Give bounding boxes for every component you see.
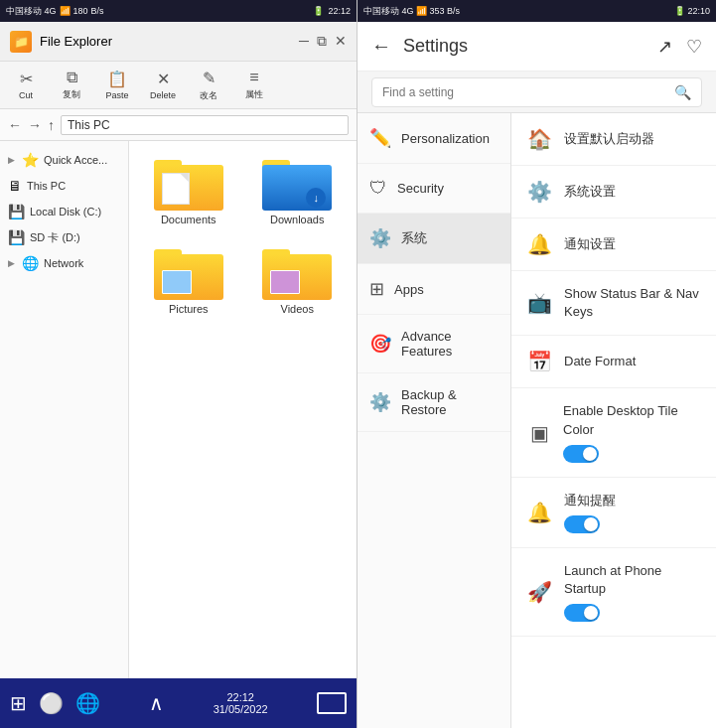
menu-item-backup[interactable]: ⚙️ Backup & Restore — [358, 373, 510, 432]
setting-text: 通知提醒 — [564, 492, 700, 533]
menu-item-label: Backup & Restore — [401, 387, 499, 417]
favorite-icon[interactable]: ♡ — [686, 36, 702, 58]
downloads-folder-icon: ↓ — [262, 156, 332, 211]
notifications-icon: 🔔 — [527, 232, 552, 256]
sidebar-item-network[interactable]: ▶ 🌐 Network — [0, 250, 128, 276]
videos-folder-icon — [262, 245, 332, 300]
window-title: File Explorer — [40, 34, 299, 49]
system-icon: ⚙️ — [369, 227, 391, 249]
toolbar: ✂ Cut ⧉ 复制 📋 Paste ✕ Delete ✎ 改名 ≡ 属性 — [0, 62, 357, 109]
copy-button[interactable]: ⧉ 复制 — [54, 69, 89, 101]
copy-icon: ⧉ — [67, 69, 77, 86]
setting-title: Launch at Phone Startup — [564, 562, 700, 598]
search-input-wrapper[interactable]: 🔍 — [371, 77, 702, 107]
network-icon: 🌐 — [22, 255, 39, 271]
forward-button[interactable]: → — [28, 117, 42, 133]
file-area: ▶ ⭐ Quick Acce... 🖥 This PC 💾 Local Disk… — [0, 141, 357, 678]
window-controls[interactable]: ─ ⧉ ✕ — [299, 33, 347, 50]
settings-panel: 中国移动 4G 📶 353 B/s 🔋 22:10 ← Settings ↗ ♡… — [358, 0, 716, 728]
settings-back-button[interactable]: ← — [371, 35, 391, 58]
file-grid: Documents ↓ Downloads Pictures — [129, 141, 357, 678]
sidebar-item-local-disk-c[interactable]: 💾 Local Disk (C:) — [0, 199, 128, 224]
signal-strength: 180 — [73, 6, 88, 16]
pictures-label: Pictures — [169, 303, 209, 315]
tile-icon: ▣ — [527, 421, 551, 445]
menu-item-label: 系统 — [401, 229, 427, 247]
settings-menu: ✏️ Personalization 🛡 Security ⚙️ 系统 ⊞ Ap… — [358, 113, 511, 728]
up-button[interactable]: ↑ — [48, 117, 55, 133]
desktop-tile-toggle[interactable] — [563, 445, 599, 463]
advance-icon: 🎯 — [369, 333, 391, 355]
menu-item-system[interactable]: ⚙️ 系统 — [358, 214, 510, 264]
videos-label: Videos — [281, 303, 314, 315]
settings-body: ✏️ Personalization 🛡 Security ⚙️ 系统 ⊞ Ap… — [358, 113, 716, 728]
sidebar-item-this-pc[interactable]: 🖥 This PC — [0, 173, 128, 199]
close-button[interactable]: ✕ — [335, 33, 347, 50]
sidebar-label: Local Disk (C:) — [30, 206, 101, 218]
expand-arrow-icon: ▶ — [8, 258, 15, 268]
settings-title: Settings — [403, 36, 657, 57]
setting-system-settings[interactable]: ⚙️ 系统设置 — [511, 166, 716, 218]
taskbar-chevron-up[interactable]: ∧ — [149, 691, 164, 715]
setting-text: Launch at Phone Startup — [564, 562, 700, 622]
pc-icon: 🖥 — [8, 178, 22, 194]
minimize-button[interactable]: ─ — [299, 33, 309, 50]
taskbar-icon-browser[interactable]: 🌐 — [75, 691, 100, 715]
carrier-info: 中国移动 4G 📶 180 B/s — [6, 5, 104, 18]
delete-button[interactable]: ✕ Delete — [145, 70, 181, 100]
folder-downloads[interactable]: ↓ Downloads — [248, 151, 348, 230]
home-icon: 🏠 — [527, 127, 552, 151]
disk-c-icon: 💾 — [8, 204, 25, 219]
setting-status-bar[interactable]: 📺 Show Status Bar & Nav Keys — [511, 271, 716, 336]
time-display-right: 🔋 22:10 — [674, 6, 710, 16]
cut-button[interactable]: ✂ Cut — [8, 70, 44, 100]
paste-button[interactable]: 📋 Paste — [99, 70, 135, 100]
back-button[interactable]: ← — [8, 117, 22, 133]
taskbar-time: 22:12 31/05/2022 — [214, 691, 268, 715]
setting-title: Date Format — [564, 353, 700, 370]
startup-toggle[interactable] — [564, 604, 600, 622]
downloads-label: Downloads — [270, 214, 324, 225]
apps-icon: ⊞ — [369, 278, 384, 300]
carrier-info-right: 中国移动 4G 📶 353 B/s — [363, 5, 460, 18]
sidebar-label: Quick Acce... — [44, 154, 107, 166]
notification-toggle[interactable] — [564, 515, 600, 533]
menu-item-apps[interactable]: ⊞ Apps — [358, 264, 510, 315]
share-icon[interactable]: ↗ — [657, 36, 672, 58]
menu-item-label: Personalization — [401, 131, 490, 146]
setting-text: 通知设置 — [564, 235, 700, 253]
search-input[interactable] — [382, 85, 668, 99]
taskbar-icon-search[interactable]: ⚪ — [39, 691, 64, 715]
setting-default-launcher[interactable]: 🏠 设置默认启动器 — [511, 113, 716, 166]
folder-documents[interactable]: Documents — [139, 151, 238, 230]
reminder-icon: 🔔 — [527, 501, 552, 524]
menu-item-advance-features[interactable]: 🎯 Advance Features — [358, 315, 510, 373]
setting-desktop-tile[interactable]: ▣ Enable Desktop Tile Color — [511, 388, 716, 477]
setting-notifications[interactable]: 🔔 通知设置 — [511, 218, 716, 271]
rename-button[interactable]: ✎ 改名 — [191, 69, 226, 102]
setting-title: 系统设置 — [564, 183, 700, 201]
folder-videos[interactable]: Videos — [248, 240, 348, 320]
time-display-left: 🔋 22:12 — [313, 6, 351, 16]
restore-button[interactable]: ⧉ — [317, 33, 327, 50]
security-icon: 🛡 — [369, 178, 387, 199]
folder-pictures[interactable]: Pictures — [139, 240, 238, 320]
properties-button[interactable]: ≡ 属性 — [236, 69, 272, 101]
menu-item-security[interactable]: 🛡 Security — [358, 164, 510, 214]
setting-title: Enable Desktop Tile Color — [563, 402, 700, 438]
sidebar-item-sd-card[interactable]: 💾 SD 卡 (D:) — [0, 224, 128, 250]
status-bar-icon: 📺 — [527, 291, 552, 315]
file-explorer-panel: 中国移动 4G 📶 180 B/s 🔋 22:12 📁 File Explore… — [0, 0, 358, 728]
menu-item-personalization[interactable]: ✏️ Personalization — [358, 113, 510, 164]
system-settings-icon: ⚙️ — [527, 180, 552, 204]
taskbar-window-button[interactable] — [317, 692, 347, 714]
carrier-text: 中国移动 4G — [6, 5, 57, 18]
delete-icon: ✕ — [157, 70, 170, 88]
setting-date-format[interactable]: 📅 Date Format — [511, 336, 716, 388]
taskbar-icon-grid[interactable]: ⊞ — [10, 691, 27, 715]
documents-folder-icon — [154, 156, 223, 211]
sidebar-label: Network — [44, 257, 83, 269]
setting-launch-startup[interactable]: 🚀 Launch at Phone Startup — [511, 548, 716, 637]
sidebar-item-quick-access[interactable]: ▶ ⭐ Quick Acce... — [0, 147, 128, 173]
setting-notification-reminder[interactable]: 🔔 通知提醒 — [511, 478, 716, 548]
